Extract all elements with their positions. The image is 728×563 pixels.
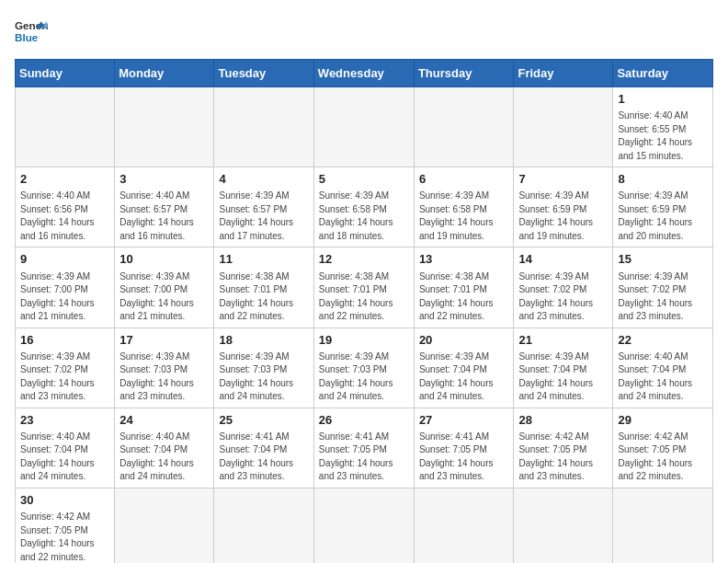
day-of-week-header: Tuesday	[214, 60, 313, 87]
calendar-day-cell: 16Sunrise: 4:39 AM Sunset: 7:02 PM Dayli…	[16, 327, 115, 408]
calendar-day-cell: 3Sunrise: 4:40 AM Sunset: 6:57 PM Daylig…	[115, 167, 214, 247]
day-number: 3	[119, 171, 209, 188]
calendar-day-cell	[214, 87, 313, 167]
calendar-week-row: 2Sunrise: 4:40 AM Sunset: 6:56 PM Daylig…	[16, 167, 713, 247]
day-info: Sunrise: 4:39 AM Sunset: 6:59 PM Dayligh…	[618, 190, 708, 243]
logo-icon: General Blue	[15, 15, 48, 48]
calendar-week-row: 9Sunrise: 4:39 AM Sunset: 7:00 PM Daylig…	[16, 247, 713, 327]
calendar-day-cell	[414, 488, 514, 563]
calendar-day-cell: 4Sunrise: 4:39 AM Sunset: 6:57 PM Daylig…	[214, 167, 313, 247]
calendar-day-cell: 6Sunrise: 4:39 AM Sunset: 6:58 PM Daylig…	[414, 167, 514, 247]
calendar-day-cell: 24Sunrise: 4:40 AM Sunset: 7:04 PM Dayli…	[115, 408, 214, 488]
day-info: Sunrise: 4:41 AM Sunset: 7:05 PM Dayligh…	[419, 431, 509, 484]
calendar-day-cell: 20Sunrise: 4:39 AM Sunset: 7:04 PM Dayli…	[414, 327, 514, 408]
day-number: 17	[119, 332, 209, 349]
day-number: 9	[20, 251, 109, 268]
day-number: 2	[20, 171, 109, 188]
calendar-day-cell: 22Sunrise: 4:40 AM Sunset: 7:04 PM Dayli…	[613, 327, 713, 408]
day-number: 23	[20, 412, 109, 429]
calendar-day-cell	[313, 87, 414, 167]
calendar-day-cell: 30Sunrise: 4:42 AM Sunset: 7:05 PM Dayli…	[16, 488, 115, 563]
day-info: Sunrise: 4:39 AM Sunset: 7:04 PM Dayligh…	[419, 350, 509, 404]
day-number: 30	[20, 492, 109, 509]
calendar-day-cell: 5Sunrise: 4:39 AM Sunset: 6:58 PM Daylig…	[313, 167, 414, 247]
day-info: Sunrise: 4:38 AM Sunset: 7:01 PM Dayligh…	[419, 270, 509, 324]
calendar-day-cell	[313, 488, 414, 563]
calendar-day-cell: 25Sunrise: 4:41 AM Sunset: 7:04 PM Dayli…	[214, 408, 313, 488]
day-info: Sunrise: 4:42 AM Sunset: 7:05 PM Dayligh…	[618, 431, 708, 484]
calendar-day-cell: 21Sunrise: 4:39 AM Sunset: 7:04 PM Dayli…	[514, 327, 613, 408]
day-info: Sunrise: 4:38 AM Sunset: 7:01 PM Dayligh…	[319, 270, 409, 324]
calendar-week-row: 16Sunrise: 4:39 AM Sunset: 7:02 PM Dayli…	[16, 327, 713, 408]
day-number: 26	[319, 412, 409, 429]
calendar-day-cell	[514, 87, 613, 167]
calendar-day-cell: 7Sunrise: 4:39 AM Sunset: 6:59 PM Daylig…	[514, 167, 613, 247]
day-of-week-header: Saturday	[613, 60, 713, 87]
day-number: 12	[319, 251, 409, 268]
calendar-table: SundayMondayTuesdayWednesdayThursdayFrid…	[15, 59, 713, 563]
calendar-day-cell: 17Sunrise: 4:39 AM Sunset: 7:03 PM Dayli…	[115, 327, 214, 408]
day-of-week-header: Thursday	[414, 60, 514, 87]
calendar-day-cell: 12Sunrise: 4:38 AM Sunset: 7:01 PM Dayli…	[313, 247, 414, 327]
day-number: 22	[618, 332, 708, 349]
day-number: 20	[419, 332, 509, 349]
calendar-day-cell: 29Sunrise: 4:42 AM Sunset: 7:05 PM Dayli…	[613, 408, 713, 488]
calendar-day-cell: 19Sunrise: 4:39 AM Sunset: 7:03 PM Dayli…	[313, 327, 414, 408]
day-number: 25	[219, 412, 308, 429]
day-info: Sunrise: 4:40 AM Sunset: 7:04 PM Dayligh…	[618, 350, 708, 404]
day-number: 28	[518, 412, 608, 429]
day-info: Sunrise: 4:41 AM Sunset: 7:05 PM Dayligh…	[319, 431, 409, 484]
day-info: Sunrise: 4:39 AM Sunset: 6:59 PM Dayligh…	[518, 190, 608, 243]
calendar-day-cell	[115, 488, 214, 563]
day-info: Sunrise: 4:39 AM Sunset: 7:02 PM Dayligh…	[618, 270, 708, 324]
day-info: Sunrise: 4:39 AM Sunset: 7:00 PM Dayligh…	[119, 270, 209, 324]
day-number: 27	[419, 412, 509, 429]
day-number: 21	[518, 332, 608, 349]
day-info: Sunrise: 4:39 AM Sunset: 7:03 PM Dayligh…	[219, 350, 308, 404]
day-info: Sunrise: 4:41 AM Sunset: 7:04 PM Dayligh…	[219, 431, 308, 484]
day-number: 5	[319, 171, 409, 188]
day-of-week-header: Monday	[115, 60, 214, 87]
calendar-week-row: 23Sunrise: 4:40 AM Sunset: 7:04 PM Dayli…	[16, 408, 713, 488]
day-number: 6	[419, 171, 509, 188]
day-number: 13	[419, 251, 509, 268]
calendar-day-cell	[514, 488, 613, 563]
calendar-day-cell: 13Sunrise: 4:38 AM Sunset: 7:01 PM Dayli…	[414, 247, 514, 327]
calendar-day-cell: 27Sunrise: 4:41 AM Sunset: 7:05 PM Dayli…	[414, 408, 514, 488]
calendar-day-cell: 10Sunrise: 4:39 AM Sunset: 7:00 PM Dayli…	[115, 247, 214, 327]
day-number: 15	[618, 251, 708, 268]
day-of-week-header: Friday	[514, 60, 613, 87]
calendar-day-cell	[613, 488, 713, 563]
calendar-week-row: 1Sunrise: 4:40 AM Sunset: 6:55 PM Daylig…	[16, 87, 713, 167]
calendar-week-row: 30Sunrise: 4:42 AM Sunset: 7:05 PM Dayli…	[16, 488, 713, 563]
day-number: 24	[119, 412, 209, 429]
calendar-day-cell	[115, 87, 214, 167]
day-number: 1	[618, 91, 708, 108]
day-info: Sunrise: 4:39 AM Sunset: 7:04 PM Dayligh…	[518, 350, 608, 404]
calendar-day-cell: 8Sunrise: 4:39 AM Sunset: 6:59 PM Daylig…	[613, 167, 713, 247]
day-info: Sunrise: 4:40 AM Sunset: 7:04 PM Dayligh…	[119, 431, 209, 484]
calendar-day-cell	[214, 488, 313, 563]
day-info: Sunrise: 4:39 AM Sunset: 7:03 PM Dayligh…	[119, 350, 209, 404]
day-info: Sunrise: 4:42 AM Sunset: 7:05 PM Dayligh…	[20, 511, 109, 563]
day-info: Sunrise: 4:39 AM Sunset: 6:57 PM Dayligh…	[219, 190, 308, 243]
day-info: Sunrise: 4:40 AM Sunset: 6:57 PM Dayligh…	[119, 190, 209, 243]
day-number: 29	[618, 412, 708, 429]
logo: General Blue	[15, 15, 61, 48]
svg-text:Blue: Blue	[15, 31, 39, 43]
day-info: Sunrise: 4:40 AM Sunset: 6:56 PM Dayligh…	[20, 190, 109, 243]
calendar-day-cell: 2Sunrise: 4:40 AM Sunset: 6:56 PM Daylig…	[16, 167, 115, 247]
day-info: Sunrise: 4:39 AM Sunset: 7:03 PM Dayligh…	[319, 350, 409, 404]
day-info: Sunrise: 4:40 AM Sunset: 7:04 PM Dayligh…	[20, 431, 109, 484]
day-number: 7	[518, 171, 608, 188]
calendar-day-cell	[414, 87, 514, 167]
calendar-day-cell: 9Sunrise: 4:39 AM Sunset: 7:00 PM Daylig…	[16, 247, 115, 327]
calendar-day-cell: 28Sunrise: 4:42 AM Sunset: 7:05 PM Dayli…	[514, 408, 613, 488]
day-info: Sunrise: 4:40 AM Sunset: 6:55 PM Dayligh…	[618, 109, 708, 163]
day-info: Sunrise: 4:39 AM Sunset: 6:58 PM Dayligh…	[319, 190, 409, 243]
day-info: Sunrise: 4:38 AM Sunset: 7:01 PM Dayligh…	[219, 270, 308, 324]
day-number: 4	[219, 171, 308, 188]
day-number: 10	[119, 251, 209, 268]
calendar-day-cell: 23Sunrise: 4:40 AM Sunset: 7:04 PM Dayli…	[16, 408, 115, 488]
calendar-day-cell: 15Sunrise: 4:39 AM Sunset: 7:02 PM Dayli…	[613, 247, 713, 327]
